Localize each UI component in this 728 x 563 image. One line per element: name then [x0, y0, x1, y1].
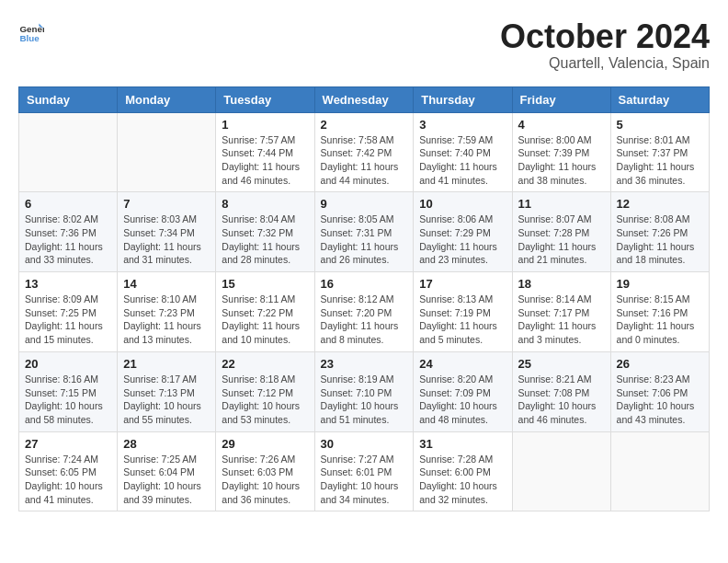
day-number: 12: [617, 197, 703, 211]
calendar-cell: 12Sunrise: 8:08 AMSunset: 7:26 PMDayligh…: [610, 192, 709, 272]
day-info: Sunrise: 7:26 AMSunset: 6:03 PMDaylight:…: [222, 453, 308, 507]
page-header: General Blue October 2024 Quartell, Vale…: [18, 18, 710, 72]
day-number: 15: [222, 277, 308, 291]
calendar-cell: 20Sunrise: 8:16 AMSunset: 7:15 PMDayligh…: [19, 351, 118, 431]
calendar-cell: 8Sunrise: 8:04 AMSunset: 7:32 PMDaylight…: [216, 192, 314, 272]
logo: General Blue: [18, 18, 44, 44]
day-number: 19: [617, 277, 703, 291]
weekday-header-row: SundayMondayTuesdayWednesdayThursdayFrid…: [19, 86, 710, 112]
weekday-header-saturday: Saturday: [610, 86, 709, 112]
day-info: Sunrise: 8:18 AMSunset: 7:12 PMDaylight:…: [222, 373, 308, 427]
weekday-header-thursday: Thursday: [414, 86, 512, 112]
calendar-cell: 9Sunrise: 8:05 AMSunset: 7:31 PMDaylight…: [314, 192, 414, 272]
weekday-header-monday: Monday: [118, 86, 216, 112]
location-title: Quartell, Valencia, Spain: [500, 55, 710, 72]
day-info: Sunrise: 8:20 AMSunset: 7:09 PMDaylight:…: [419, 373, 506, 427]
day-number: 26: [617, 357, 703, 371]
calendar-cell: 16Sunrise: 8:12 AMSunset: 7:20 PMDayligh…: [314, 272, 414, 352]
day-info: Sunrise: 8:08 AMSunset: 7:26 PMDaylight:…: [617, 213, 703, 267]
calendar-cell: 2Sunrise: 7:58 AMSunset: 7:42 PMDaylight…: [314, 112, 414, 192]
day-number: 16: [321, 277, 408, 291]
day-info: Sunrise: 8:02 AMSunset: 7:36 PMDaylight:…: [25, 213, 111, 267]
day-info: Sunrise: 8:09 AMSunset: 7:25 PMDaylight:…: [25, 293, 111, 347]
day-info: Sunrise: 8:17 AMSunset: 7:13 PMDaylight:…: [123, 373, 210, 427]
day-number: 4: [518, 118, 605, 132]
calendar-cell: 23Sunrise: 8:19 AMSunset: 7:10 PMDayligh…: [314, 351, 414, 431]
day-info: Sunrise: 8:11 AMSunset: 7:22 PMDaylight:…: [222, 293, 308, 347]
day-number: 10: [419, 197, 506, 211]
day-number: 31: [419, 437, 506, 451]
day-info: Sunrise: 7:59 AMSunset: 7:40 PMDaylight:…: [419, 133, 506, 188]
svg-text:Blue: Blue: [19, 33, 40, 43]
calendar-cell: 10Sunrise: 8:06 AMSunset: 7:29 PMDayligh…: [414, 192, 512, 272]
day-number: 20: [25, 357, 111, 371]
day-number: 25: [518, 357, 605, 371]
day-number: 3: [419, 118, 506, 132]
day-number: 2: [321, 118, 408, 132]
calendar-cell: [19, 112, 118, 192]
day-info: Sunrise: 8:21 AMSunset: 7:08 PMDaylight:…: [518, 373, 605, 427]
day-info: Sunrise: 7:24 AMSunset: 6:05 PMDaylight:…: [25, 453, 111, 507]
calendar-cell: 15Sunrise: 8:11 AMSunset: 7:22 PMDayligh…: [216, 272, 314, 352]
week-row-5: 27Sunrise: 7:24 AMSunset: 6:05 PMDayligh…: [19, 431, 710, 511]
week-row-3: 13Sunrise: 8:09 AMSunset: 7:25 PMDayligh…: [19, 272, 710, 352]
logo-icon: General Blue: [18, 18, 44, 44]
day-info: Sunrise: 8:12 AMSunset: 7:20 PMDaylight:…: [321, 293, 408, 347]
weekday-header-sunday: Sunday: [19, 86, 118, 112]
calendar-cell: 5Sunrise: 8:01 AMSunset: 7:37 PMDaylight…: [610, 112, 709, 192]
day-info: Sunrise: 8:23 AMSunset: 7:06 PMDaylight:…: [617, 373, 703, 427]
calendar-cell: 4Sunrise: 8:00 AMSunset: 7:39 PMDaylight…: [512, 112, 610, 192]
calendar-cell: 3Sunrise: 7:59 AMSunset: 7:40 PMDaylight…: [414, 112, 512, 192]
week-row-4: 20Sunrise: 8:16 AMSunset: 7:15 PMDayligh…: [19, 351, 710, 431]
calendar-cell: 28Sunrise: 7:25 AMSunset: 6:04 PMDayligh…: [118, 431, 216, 511]
day-info: Sunrise: 8:15 AMSunset: 7:16 PMDaylight:…: [617, 293, 703, 347]
calendar-cell: 26Sunrise: 8:23 AMSunset: 7:06 PMDayligh…: [610, 351, 709, 431]
day-info: Sunrise: 8:10 AMSunset: 7:23 PMDaylight:…: [123, 293, 210, 347]
calendar-cell: 29Sunrise: 7:26 AMSunset: 6:03 PMDayligh…: [216, 431, 314, 511]
day-number: 11: [518, 197, 605, 211]
day-number: 13: [25, 277, 111, 291]
day-number: 21: [123, 357, 210, 371]
calendar-cell: 7Sunrise: 8:03 AMSunset: 7:34 PMDaylight…: [118, 192, 216, 272]
day-info: Sunrise: 8:19 AMSunset: 7:10 PMDaylight:…: [321, 373, 408, 427]
day-number: 6: [25, 197, 111, 211]
day-number: 7: [123, 197, 210, 211]
day-number: 18: [518, 277, 605, 291]
day-info: Sunrise: 8:03 AMSunset: 7:34 PMDaylight:…: [123, 213, 210, 267]
calendar-cell: [610, 431, 709, 511]
title-block: October 2024 Quartell, Valencia, Spain: [500, 18, 710, 72]
day-number: 9: [321, 197, 408, 211]
calendar-table: SundayMondayTuesdayWednesdayThursdayFrid…: [18, 86, 710, 512]
day-info: Sunrise: 8:07 AMSunset: 7:28 PMDaylight:…: [518, 213, 605, 267]
calendar-cell: 6Sunrise: 8:02 AMSunset: 7:36 PMDaylight…: [19, 192, 118, 272]
calendar-cell: 11Sunrise: 8:07 AMSunset: 7:28 PMDayligh…: [512, 192, 610, 272]
day-number: 27: [25, 437, 111, 451]
calendar-cell: 14Sunrise: 8:10 AMSunset: 7:23 PMDayligh…: [118, 272, 216, 352]
day-number: 23: [321, 357, 408, 371]
day-info: Sunrise: 7:58 AMSunset: 7:42 PMDaylight:…: [321, 133, 408, 188]
calendar-cell: 31Sunrise: 7:28 AMSunset: 6:00 PMDayligh…: [414, 431, 512, 511]
day-info: Sunrise: 8:13 AMSunset: 7:19 PMDaylight:…: [419, 293, 506, 347]
calendar-cell: 22Sunrise: 8:18 AMSunset: 7:12 PMDayligh…: [216, 351, 314, 431]
day-number: 14: [123, 277, 210, 291]
day-number: 22: [222, 357, 308, 371]
day-number: 1: [222, 118, 308, 132]
weekday-header-tuesday: Tuesday: [216, 86, 314, 112]
day-info: Sunrise: 8:00 AMSunset: 7:39 PMDaylight:…: [518, 133, 605, 188]
week-row-2: 6Sunrise: 8:02 AMSunset: 7:36 PMDaylight…: [19, 192, 710, 272]
day-number: 24: [419, 357, 506, 371]
day-number: 30: [321, 437, 408, 451]
day-info: Sunrise: 7:28 AMSunset: 6:00 PMDaylight:…: [419, 453, 506, 507]
weekday-header-friday: Friday: [512, 86, 610, 112]
day-number: 29: [222, 437, 308, 451]
calendar-cell: 19Sunrise: 8:15 AMSunset: 7:16 PMDayligh…: [610, 272, 709, 352]
week-row-1: 1Sunrise: 7:57 AMSunset: 7:44 PMDaylight…: [19, 112, 710, 192]
day-number: 5: [617, 118, 703, 132]
day-info: Sunrise: 8:06 AMSunset: 7:29 PMDaylight:…: [419, 213, 506, 267]
day-number: 28: [123, 437, 210, 451]
calendar-cell: 21Sunrise: 8:17 AMSunset: 7:13 PMDayligh…: [118, 351, 216, 431]
weekday-header-wednesday: Wednesday: [314, 86, 414, 112]
calendar-cell: 1Sunrise: 7:57 AMSunset: 7:44 PMDaylight…: [216, 112, 314, 192]
day-info: Sunrise: 7:57 AMSunset: 7:44 PMDaylight:…: [222, 133, 308, 188]
calendar-cell: [512, 431, 610, 511]
